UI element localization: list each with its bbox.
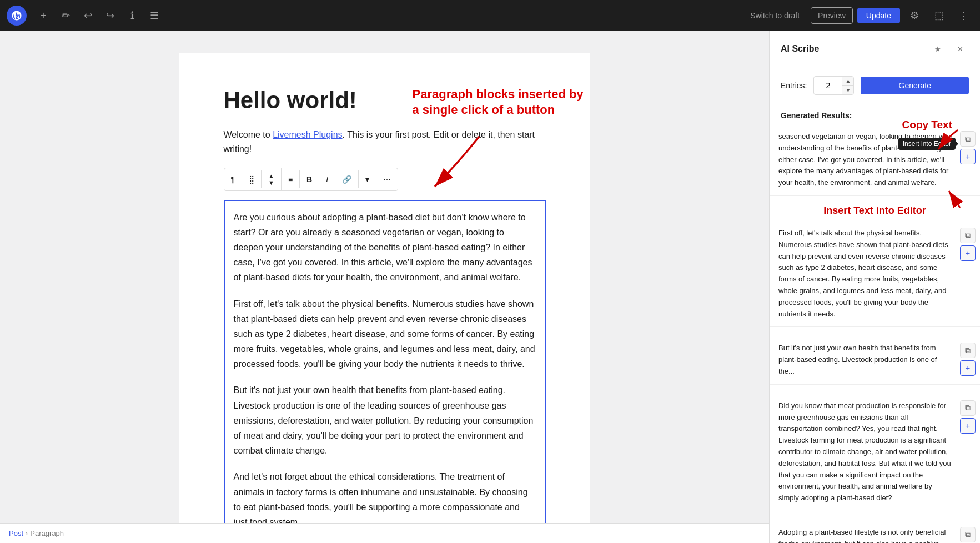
preview-button[interactable]: Preview bbox=[811, 7, 853, 24]
paragraph-2: First off, let's talk about the physical… bbox=[234, 296, 536, 372]
list-view-button[interactable]: ☰ bbox=[144, 6, 164, 26]
paragraph-1: Are you curious about adopting a plant-b… bbox=[234, 210, 536, 285]
link-tool[interactable]: 🔗 bbox=[335, 170, 359, 188]
top-toolbar: + ✏ ↩ ↪ ℹ ☰ Switch to draft Preview Upda… bbox=[0, 0, 980, 31]
italic-tool[interactable]: I bbox=[319, 170, 335, 188]
result-block-1: seasoned vegetarian or vegan, looking to… bbox=[770, 124, 980, 196]
generated-results-label: Generated Results: bbox=[770, 104, 980, 124]
generate-button[interactable]: Generate bbox=[861, 77, 969, 94]
sidebar-title: AI Scribe bbox=[781, 44, 819, 54]
breadcrumb-paragraph: Paragraph bbox=[30, 529, 64, 537]
result-actions-5: ⧉ + bbox=[960, 527, 976, 543]
block-toolbar: ¶ ⣿ ▲▼ ≡ B I 🔗 ▾ ⋯ bbox=[224, 168, 399, 191]
paragraph-tool[interactable]: ¶ bbox=[224, 170, 243, 188]
copy-result-button-5[interactable]: ⧉ bbox=[960, 527, 976, 542]
result-text-2: First off, let's talk about the physical… bbox=[778, 228, 971, 320]
insert-result-button-2[interactable]: + bbox=[960, 245, 976, 261]
sidebar-header-icons: ★ ✕ bbox=[929, 40, 969, 58]
copy-result-button-2[interactable]: ⧉ bbox=[960, 228, 976, 243]
insert-tooltip: Insert into Editor bbox=[898, 138, 956, 150]
insert-result-button-4[interactable]: + bbox=[960, 418, 976, 434]
insert-text-annotation: Insert Text into Editor bbox=[770, 205, 980, 221]
post-title: Hello world! bbox=[224, 87, 546, 114]
paragraph-4: And let's not forget about the ethical c… bbox=[234, 469, 536, 523]
redo-button[interactable]: ↪ bbox=[100, 6, 120, 26]
result-actions-1: Insert into Editor ⧉ + bbox=[960, 131, 976, 164]
info-button[interactable]: ℹ bbox=[122, 6, 142, 26]
editor-content: Hello world! Welcome to Livemesh Plugins… bbox=[179, 53, 590, 523]
post-intro: Welcome to Livemesh Plugins. This is you… bbox=[224, 128, 546, 156]
undo-button[interactable]: ↩ bbox=[78, 6, 98, 26]
result-block-5: Adopting a plant-based lifestyle is not … bbox=[770, 520, 980, 543]
copy-result-button-3[interactable]: ⧉ bbox=[960, 343, 976, 358]
update-button[interactable]: Update bbox=[857, 8, 900, 23]
insert-result-button-1[interactable]: + bbox=[960, 149, 976, 164]
results-container: seasoned vegetarian or vegan, looking to… bbox=[770, 124, 980, 543]
entries-row: Entries: ▲ ▼ Generate bbox=[770, 67, 980, 104]
block-settings-button[interactable]: ⬚ bbox=[929, 6, 949, 26]
more-options-button[interactable]: ⋮ bbox=[953, 6, 973, 26]
result-text-3: But it's not just your own health that b… bbox=[778, 343, 971, 377]
result-block-3: But it's not just your own health that b… bbox=[770, 336, 980, 384]
spinner-down[interactable]: ▼ bbox=[842, 86, 853, 94]
spinner-up[interactable]: ▲ bbox=[842, 77, 853, 86]
breadcrumb: Post › Paragraph bbox=[0, 523, 769, 543]
bold-tool[interactable]: B bbox=[300, 170, 319, 188]
copy-action-wrap: Insert into Editor ⧉ bbox=[960, 131, 976, 147]
sidebar-header: AI Scribe ★ ✕ bbox=[770, 31, 980, 67]
copy-result-button-1[interactable]: ⧉ bbox=[960, 131, 976, 147]
livemesh-link[interactable]: Livemesh Plugins bbox=[273, 130, 342, 139]
add-block-button[interactable]: + bbox=[33, 6, 53, 26]
ai-scribe-sidebar: AI Scribe ★ ✕ Entries: ▲ ▼ Generate Gene… bbox=[769, 31, 980, 543]
entries-input-wrap: ▲ ▼ bbox=[813, 76, 854, 95]
wordpress-logo[interactable] bbox=[7, 6, 27, 26]
move-tool[interactable]: ▲▼ bbox=[262, 168, 282, 190]
align-tool[interactable]: ≡ bbox=[282, 170, 300, 188]
breadcrumb-separator: › bbox=[26, 529, 28, 537]
entries-input[interactable] bbox=[814, 79, 842, 92]
settings-button[interactable]: ⚙ bbox=[904, 6, 924, 26]
breadcrumb-post[interactable]: Post bbox=[9, 529, 23, 537]
more-rich-tool[interactable]: ▾ bbox=[359, 170, 376, 188]
paragraph-3: But it's not just your own health that b… bbox=[234, 383, 536, 458]
close-sidebar-button[interactable]: ✕ bbox=[951, 40, 969, 58]
copy-result-button-4[interactable]: ⧉ bbox=[960, 400, 976, 416]
selected-block[interactable]: Are you curious about adopting a plant-b… bbox=[224, 200, 546, 523]
options-tool[interactable]: ⋯ bbox=[376, 170, 398, 188]
star-button[interactable]: ★ bbox=[929, 40, 947, 58]
drag-tool[interactable]: ⣿ bbox=[242, 170, 262, 188]
editor-scroll-area: Hello world! Welcome to Livemesh Plugins… bbox=[0, 31, 769, 523]
entries-label: Entries: bbox=[781, 81, 807, 90]
tools-button[interactable]: ✏ bbox=[56, 6, 76, 26]
result-block-2: First off, let's talk about the physical… bbox=[770, 221, 980, 327]
toolbar-right: Switch to draft Preview Update ⚙ ⬚ ⋮ bbox=[743, 6, 973, 26]
result-actions-4: ⧉ + bbox=[960, 400, 976, 434]
result-actions-3: ⧉ + bbox=[960, 343, 976, 376]
result-text-4: Did you know that meat production is res… bbox=[778, 400, 971, 504]
result-text-5: Adopting a plant-based lifestyle is not … bbox=[778, 527, 971, 543]
entries-spinner: ▲ ▼ bbox=[842, 77, 853, 94]
result-block-4: Did you know that meat production is res… bbox=[770, 394, 980, 511]
insert-text-label: Insert Text into Editor bbox=[778, 205, 971, 217]
insert-result-button-3[interactable]: + bbox=[960, 360, 976, 376]
result-actions-2: ⧉ + bbox=[960, 228, 976, 261]
switch-draft-button[interactable]: Switch to draft bbox=[743, 8, 806, 23]
